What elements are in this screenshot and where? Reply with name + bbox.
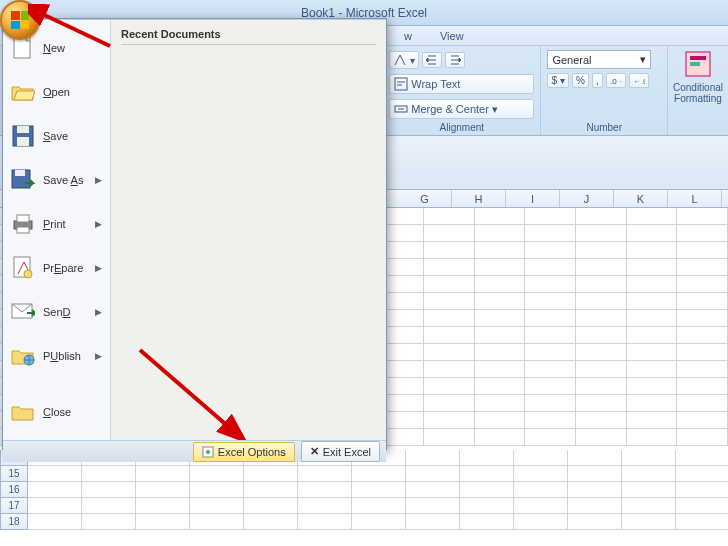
menu-item-send[interactable]: SenD ▶ xyxy=(3,290,110,334)
svg-rect-5 xyxy=(690,56,706,60)
close-icon xyxy=(11,400,35,424)
chevron-down-icon: ▾ xyxy=(640,53,646,66)
svg-point-21 xyxy=(206,450,210,454)
prepare-icon xyxy=(11,256,35,280)
options-icon xyxy=(202,446,214,458)
conditional-formatting-label: Conditional Formatting xyxy=(673,82,723,104)
excel-options-label: Excel Options xyxy=(218,446,286,458)
merge-center-button[interactable]: Merge & Center ▾ xyxy=(389,99,534,119)
decrease-indent-icon xyxy=(426,54,438,66)
send-icon xyxy=(11,300,35,324)
row-header[interactable]: 16 xyxy=(0,482,28,498)
wrap-text-button[interactable]: Wrap Text xyxy=(389,74,534,94)
recent-documents-header: Recent Documents xyxy=(121,28,376,45)
ribbon-group-number: General ▾ $ ▾ % , .0→ ←.0 Number xyxy=(541,46,668,135)
currency-button[interactable]: $ ▾ xyxy=(547,73,569,88)
svg-rect-10 xyxy=(17,137,29,146)
menu-item-publish[interactable]: PUblish ▶ xyxy=(3,334,110,378)
decrease-decimal-icon: ←.0 xyxy=(633,76,645,86)
exit-excel-label: Exit Excel xyxy=(323,446,371,458)
submenu-arrow-icon: ▶ xyxy=(95,351,102,361)
save-icon xyxy=(11,124,35,148)
office-logo-icon xyxy=(11,11,29,29)
number-format-selected: General xyxy=(552,54,591,66)
alignment-group-label: Alignment xyxy=(389,122,534,133)
menu-label: PrEpare xyxy=(43,262,87,274)
wrap-text-label: Wrap Text xyxy=(411,78,460,90)
menu-item-prepare[interactable]: PrEpare ▶ xyxy=(3,246,110,290)
svg-rect-12 xyxy=(15,170,25,176)
submenu-arrow-icon: ▶ xyxy=(95,175,102,185)
ribbon-group-alignment: ▾ Wrap Text Merge & Center ▾ Alignment xyxy=(383,46,541,135)
col-header[interactable]: K xyxy=(614,190,668,207)
recent-documents-pane: Recent Documents xyxy=(111,20,386,440)
menu-item-print[interactable]: Print ▶ xyxy=(3,202,110,246)
col-header[interactable]: I xyxy=(506,190,560,207)
increase-decimal-button[interactable]: .0→ xyxy=(606,73,626,88)
orientation-icon xyxy=(393,53,407,67)
row-header[interactable]: 17 xyxy=(0,498,28,514)
svg-rect-14 xyxy=(17,215,29,222)
ribbon-group-styles: Conditional Formatting xyxy=(668,46,728,135)
menu-label: Save As xyxy=(43,174,87,186)
publish-icon xyxy=(11,344,35,368)
menu-item-saveas[interactable]: Save As ▶ xyxy=(3,158,110,202)
menu-item-open[interactable]: Open xyxy=(3,70,110,114)
col-header[interactable]: H xyxy=(452,190,506,207)
svg-point-17 xyxy=(24,270,32,278)
menu-label: Print xyxy=(43,218,87,230)
menu-label: Open xyxy=(43,86,102,98)
saveas-icon xyxy=(11,168,35,192)
menu-item-close[interactable]: Close xyxy=(3,390,110,434)
conditional-formatting-icon[interactable] xyxy=(684,50,712,78)
menu-label: Save xyxy=(43,130,102,142)
excel-options-button[interactable]: Excel Options xyxy=(193,442,295,462)
tab-view[interactable]: View xyxy=(426,27,478,45)
merge-icon xyxy=(394,102,408,116)
svg-rect-0 xyxy=(395,78,407,90)
submenu-arrow-icon: ▶ xyxy=(95,307,102,317)
row-header[interactable]: 18 xyxy=(0,514,28,530)
menu-label: PUblish xyxy=(43,350,87,362)
decrease-indent-button[interactable] xyxy=(422,52,442,68)
menu-label: New xyxy=(43,42,102,54)
merge-center-label: Merge & Center xyxy=(411,103,489,115)
row-header[interactable]: 15 xyxy=(0,466,28,482)
office-button[interactable] xyxy=(0,0,40,40)
number-group-label: Number xyxy=(547,122,661,133)
office-menu-footer: Excel Options ✕ Exit Excel xyxy=(3,440,386,462)
svg-text:.0→: .0→ xyxy=(610,77,622,86)
decrease-decimal-button[interactable]: ←.0 xyxy=(629,73,649,88)
exit-excel-button[interactable]: ✕ Exit Excel xyxy=(301,441,380,462)
percent-button[interactable]: % xyxy=(572,73,589,88)
comma-button[interactable]: , xyxy=(592,73,603,88)
wrap-text-icon xyxy=(394,77,408,91)
office-menu-left: New Open Save Save As ▶ Print ▶ xyxy=(3,20,111,440)
office-menu: New Open Save Save As ▶ Print ▶ xyxy=(2,18,387,450)
tab-partial[interactable]: w xyxy=(390,27,426,45)
orientation-button[interactable]: ▾ xyxy=(389,51,419,69)
col-header[interactable]: L xyxy=(668,190,722,207)
exit-x-icon: ✕ xyxy=(310,445,319,458)
svg-rect-15 xyxy=(17,227,29,233)
increase-indent-icon xyxy=(449,54,461,66)
col-header[interactable]: G xyxy=(398,190,452,207)
increase-indent-button[interactable] xyxy=(445,52,465,68)
increase-decimal-icon: .0→ xyxy=(610,76,622,86)
svg-text:←.0: ←.0 xyxy=(633,77,645,86)
menu-item-save[interactable]: Save xyxy=(3,114,110,158)
visible-row-headers: 14 15 16 17 18 xyxy=(0,450,728,530)
submenu-arrow-icon: ▶ xyxy=(95,219,102,229)
menu-label: SenD xyxy=(43,306,87,318)
menu-label: Close xyxy=(43,406,102,418)
submenu-arrow-icon: ▶ xyxy=(95,263,102,273)
open-icon xyxy=(11,80,35,104)
svg-rect-6 xyxy=(690,62,700,66)
number-format-dropdown[interactable]: General ▾ xyxy=(547,50,651,69)
col-header[interactable]: J xyxy=(560,190,614,207)
print-icon xyxy=(11,212,35,236)
svg-rect-9 xyxy=(17,126,29,133)
